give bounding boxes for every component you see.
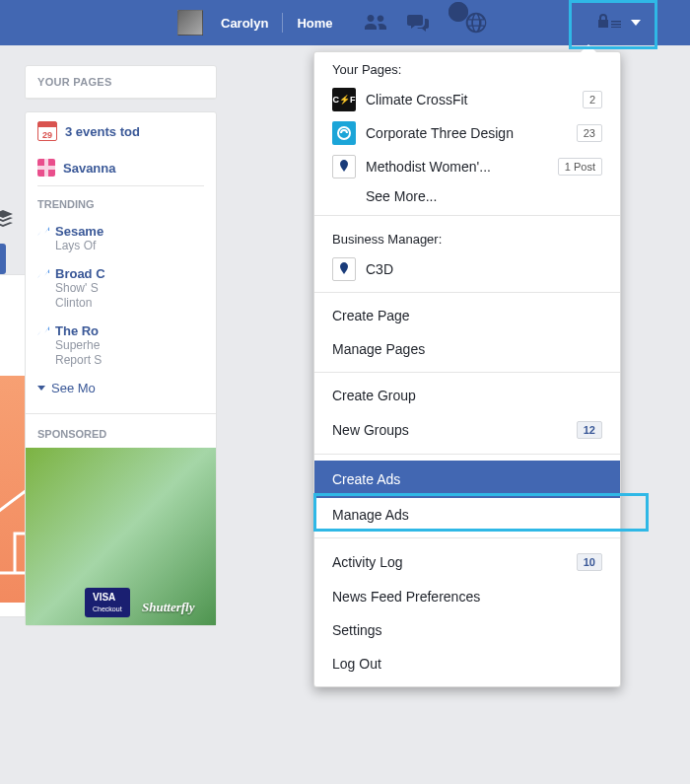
activity-badge: 10	[577, 553, 602, 571]
trending-subtitle: Lays Of	[55, 239, 104, 254]
menu-divider	[314, 454, 620, 455]
trending-item[interactable]: The Ro Superhe Report S	[37, 318, 204, 375]
events-link[interactable]: 3 events tod	[65, 124, 140, 139]
trending-arrow-icon	[37, 268, 49, 312]
trending-title: Sesame	[55, 224, 104, 239]
calendar-icon	[37, 121, 57, 141]
menu-create-page[interactable]: Create Page	[314, 299, 620, 332]
page-name: Methodist Women'...	[366, 159, 548, 175]
account-menu-trigger[interactable]	[582, 0, 655, 45]
page-item-methodist-women[interactable]: Methodist Women'... 1 Post	[314, 150, 620, 183]
gift-icon	[37, 159, 55, 177]
trending-subtitle: Show' S Clinton	[55, 281, 105, 312]
bm-name: C3D	[366, 261, 602, 277]
menu-divider	[314, 537, 620, 538]
page-icon	[332, 155, 356, 178]
profile-link[interactable]: Carolyn	[211, 16, 278, 31]
page-badge: 1 Post	[558, 158, 602, 176]
trending-header: TRENDING	[37, 185, 204, 218]
menu-news-feed-prefs[interactable]: News Feed Preferences	[314, 580, 620, 613]
menu-create-ads[interactable]: Create Ads	[314, 461, 620, 498]
page-badge: 2	[583, 91, 602, 108]
trending-see-more[interactable]: See Mo	[37, 375, 204, 401]
menu-create-group[interactable]: Create Group	[314, 379, 620, 412]
friend-requests-icon[interactable]	[363, 13, 388, 33]
business-manager-label: Business Manager:	[314, 222, 620, 252]
page-name: Climate CrossFit	[366, 92, 573, 107]
pages-see-more[interactable]: See More...	[314, 183, 620, 209]
menu-divider	[314, 292, 620, 293]
top-nav-bar: Carolyn Home	[0, 0, 690, 45]
trending-arrow-icon	[37, 325, 49, 369]
your-pages-header: YOUR PAGES	[26, 66, 216, 99]
trending-arrow-icon	[37, 226, 49, 254]
account-dropdown-menu: Your Pages: C⚡F Climate CrossFit 2 Corpo…	[313, 51, 621, 687]
visa-badge: VISACheckout	[85, 588, 130, 617]
trending-subtitle: Superhe Report S	[55, 338, 102, 369]
globe-icon[interactable]	[465, 12, 487, 34]
divider	[282, 13, 283, 33]
trending-title: The Ro	[55, 323, 102, 338]
bm-item-c3d[interactable]: C3D	[314, 252, 620, 286]
new-groups-badge: 12	[577, 421, 602, 439]
trending-title: Broad C	[55, 266, 105, 281]
shutterfly-logo: Shutterfly	[142, 600, 194, 615]
page-item-climate-crossfit[interactable]: C⚡F Climate CrossFit 2	[314, 83, 620, 116]
birthday-link[interactable]: Savanna	[63, 161, 115, 176]
your-pages-panel: YOUR PAGES	[25, 65, 217, 100]
events-trending-panel: 3 events tod Savanna TRENDING Sesame Lay…	[25, 111, 217, 626]
page-item-corporate-three[interactable]: Corporate Three Design 23	[314, 116, 620, 150]
sponsored-header: SPONSORED	[26, 413, 216, 448]
page-badge: 23	[577, 124, 602, 142]
avatar[interactable]	[177, 10, 203, 36]
menu-divider	[314, 372, 620, 373]
menu-log-out[interactable]: Log Out	[314, 647, 620, 680]
menu-new-groups[interactable]: New Groups 12	[314, 412, 620, 448]
menu-settings[interactable]: Settings	[314, 613, 620, 647]
menu-manage-ads[interactable]: Manage Ads	[314, 498, 620, 532]
your-pages-label: Your Pages:	[314, 52, 620, 83]
menu-divider	[314, 215, 620, 216]
privacy-lock-icon[interactable]	[595, 13, 621, 34]
see-more-label: See More...	[366, 188, 602, 204]
page-icon: C⚡F	[332, 88, 356, 111]
trending-item[interactable]: Broad C Show' S Clinton	[37, 260, 204, 318]
page-icon	[332, 121, 356, 145]
menu-activity-log[interactable]: Activity Log 10	[314, 544, 620, 580]
menu-manage-pages[interactable]: Manage Pages	[314, 332, 620, 366]
trending-item[interactable]: Sesame Lays Of	[37, 218, 204, 260]
home-link[interactable]: Home	[287, 16, 342, 31]
page-name: Corporate Three Design	[366, 125, 567, 141]
account-caret-icon[interactable]	[631, 20, 641, 26]
sponsored-ad[interactable]: VISACheckout Shutterfly	[26, 448, 216, 625]
bm-icon	[332, 257, 356, 281]
see-more-label: See Mo	[51, 381, 96, 395]
caret-down-icon	[37, 386, 45, 391]
